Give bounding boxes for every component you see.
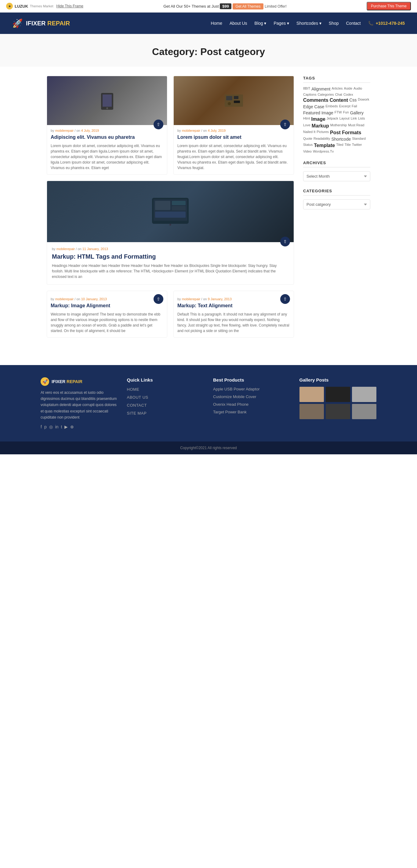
tag[interactable]: Link <box>351 117 357 122</box>
tag[interactable]: Fail <box>352 104 357 109</box>
tag[interactable]: Fun <box>343 111 349 115</box>
categories-select[interactable]: Post catgeory <box>303 199 370 210</box>
price-badge: $99 <box>220 3 232 9</box>
tag[interactable]: Status <box>303 143 313 148</box>
post-author[interactable]: mobilerepair <box>55 297 74 301</box>
tag[interactable]: Title <box>345 143 351 148</box>
tag[interactable]: Edge Case <box>303 104 324 109</box>
archives-select[interactable]: Select Month <box>303 171 370 181</box>
phone-number: +1012-478-245 <box>376 21 405 26</box>
post-date[interactable]: 11 January, 2013 <box>82 247 108 251</box>
tag[interactable]: Twitter <box>352 143 362 148</box>
gallery-item[interactable] <box>352 387 376 402</box>
tag[interactable]: Wordpress.Tv <box>313 150 334 153</box>
instagram-icon[interactable]: ◎ <box>49 424 53 429</box>
post-author[interactable]: mobilerepair <box>182 297 201 301</box>
hide-frame-button[interactable]: Hide This Frame <box>56 4 83 8</box>
tag[interactable]: Must Read <box>348 123 364 129</box>
footer-link[interactable]: Site Map <box>127 411 147 415</box>
tag[interactable]: Captions <box>303 93 316 96</box>
tag[interactable]: Standard <box>352 137 366 142</box>
tag[interactable]: Dowork <box>358 97 369 103</box>
nav-about[interactable]: About Us <box>230 21 247 26</box>
gallery-item[interactable] <box>326 404 350 419</box>
tag[interactable]: Embeds <box>325 104 338 109</box>
tag[interactable]: 8BIT <box>303 87 310 91</box>
nav-blog[interactable]: Blog ▾ <box>254 21 267 26</box>
tag[interactable]: Readability <box>314 137 330 142</box>
tag[interactable]: Nailed It <box>303 130 315 135</box>
tag[interactable]: Aside <box>344 87 353 91</box>
footer-product-item[interactable]: Target Power Bank <box>213 410 290 414</box>
tag[interactable]: Comments <box>303 97 328 103</box>
tag[interactable]: Featured Image <box>303 111 333 115</box>
tag[interactable]: Tiled <box>336 143 343 148</box>
linkedin-icon[interactable]: in <box>55 424 59 429</box>
svg-point-2 <box>106 107 108 109</box>
share-button[interactable]: ⇧ <box>153 120 163 129</box>
tag[interactable]: Content <box>330 97 348 103</box>
nav-pages[interactable]: Pages ▾ <box>274 21 289 26</box>
share-button[interactable]: ⇧ <box>153 294 163 304</box>
tag[interactable]: Html <box>303 117 310 122</box>
tag[interactable]: Image <box>311 117 325 122</box>
share-button[interactable]: ⇧ <box>280 237 290 246</box>
footer-link[interactable]: Contact <box>127 403 147 408</box>
tag[interactable]: Markup <box>312 123 329 129</box>
tag[interactable]: Lists <box>358 117 365 122</box>
footer-link[interactable]: ABOUT US <box>127 395 148 400</box>
footer-link[interactable]: Home <box>127 387 140 392</box>
nav-contact[interactable]: Contact <box>346 21 360 26</box>
tag[interactable]: Excerpt <box>339 104 350 109</box>
post-date[interactable]: 10 January, 2013 <box>81 297 107 301</box>
post-author[interactable]: mobilerepair <box>182 129 201 132</box>
tag[interactable]: Mothership <box>330 123 347 129</box>
post-date[interactable]: 4 July, 2019 <box>208 129 226 132</box>
facebook-icon[interactable]: f <box>41 424 42 429</box>
footer-product-item[interactable]: Apple USB Power Adaptor <box>213 387 290 391</box>
youtube-icon[interactable]: ▶ <box>64 424 68 429</box>
tag[interactable]: Quote <box>303 137 312 142</box>
top-bar: ★ LUZUK Themes Market Hide This Frame Ge… <box>0 0 417 12</box>
post-author[interactable]: mobilerepair <box>57 247 75 251</box>
post-meta: by mobilerepair / on 4 July, 2019 <box>51 129 163 132</box>
footer-product-item[interactable]: Customize Mobile Cover <box>213 394 290 399</box>
tag[interactable]: Chat <box>335 93 342 96</box>
nav-shortcodes[interactable]: Shortcodes ▾ <box>297 21 321 26</box>
tag[interactable]: Pictures <box>317 130 329 135</box>
get-all-button[interactable]: Get All Themes <box>233 3 264 9</box>
share-button[interactable]: ⇧ <box>280 120 290 129</box>
post-date[interactable]: 9 January, 2013 <box>208 297 232 301</box>
tag[interactable]: FTW <box>335 111 342 115</box>
gallery-item[interactable] <box>300 404 324 419</box>
post-author[interactable]: mobilerepair <box>55 129 74 132</box>
footer-link-item: Site Map <box>127 411 204 415</box>
rss-icon[interactable]: ⊕ <box>70 424 74 429</box>
gallery-item[interactable] <box>326 387 350 402</box>
tag[interactable]: Love <box>303 123 310 129</box>
tag[interactable]: Audio <box>353 87 362 91</box>
gallery-item[interactable] <box>352 404 376 419</box>
tag[interactable]: Codex <box>343 93 353 96</box>
tag[interactable]: Gallery <box>350 111 363 115</box>
tag[interactable]: Alignment <box>311 87 330 91</box>
share-button[interactable]: ⇧ <box>280 294 290 304</box>
tag[interactable]: Layout <box>340 117 350 122</box>
purchase-button[interactable]: Purchase This Theme <box>367 2 411 10</box>
footer-product-item[interactable]: Ovenix Head Phone <box>213 402 290 407</box>
twitter-icon[interactable]: t <box>61 424 62 429</box>
tag[interactable]: Jetpack <box>327 117 338 122</box>
tag[interactable]: Video <box>303 150 312 153</box>
pinterest-icon[interactable]: p <box>44 424 47 429</box>
nav-home[interactable]: Home <box>211 21 222 26</box>
tag[interactable]: Shortcode <box>331 137 351 142</box>
tags-section: TAGS 8BIT Alignment Articles Aside Audio… <box>303 76 370 153</box>
tag[interactable]: Categories <box>317 93 334 96</box>
post-date[interactable]: 4 July, 2019 <box>81 129 99 132</box>
tag[interactable]: Articles <box>332 87 343 91</box>
gallery-item[interactable] <box>300 387 324 402</box>
tag[interactable]: Post Formats <box>330 130 361 135</box>
tag[interactable]: Css <box>349 97 356 103</box>
nav-shop[interactable]: Shop <box>329 21 339 26</box>
tag[interactable]: Template <box>314 143 335 148</box>
